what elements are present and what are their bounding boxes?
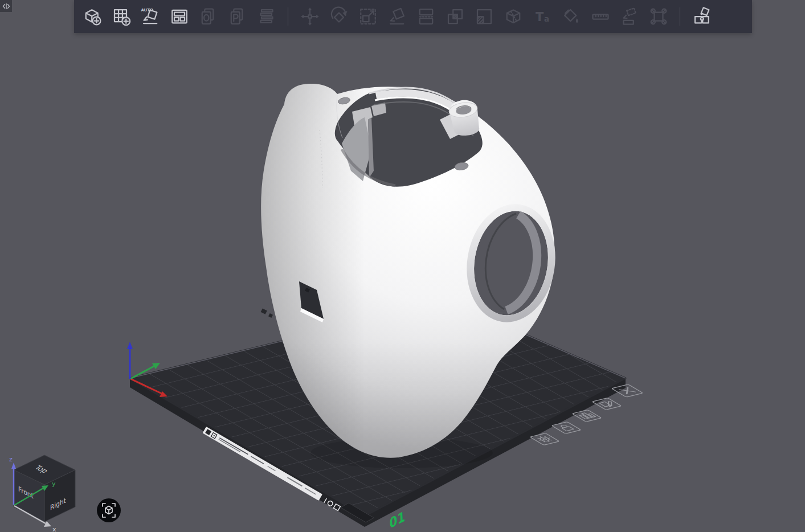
add-plate-button[interactable] bbox=[107, 0, 136, 33]
split-to-parts-icon bbox=[445, 6, 465, 27]
split-to-objects-icon bbox=[416, 6, 436, 27]
lock-icon bbox=[558, 424, 574, 431]
duplicate-objects-icon bbox=[198, 6, 219, 27]
seam-paint-button[interactable] bbox=[644, 0, 673, 33]
place-on-face-icon bbox=[387, 6, 407, 27]
add-object-icon bbox=[82, 6, 103, 27]
auto-arrange-icon: AUTO bbox=[140, 6, 161, 27]
collapse-panel-button[interactable] bbox=[0, 0, 12, 12]
model-tube-inner-edge bbox=[485, 214, 516, 309]
scale-icon bbox=[358, 6, 378, 27]
object-list-button[interactable] bbox=[252, 0, 281, 33]
svg-text:T: T bbox=[536, 10, 544, 24]
cut-icon bbox=[503, 6, 524, 27]
toolbar-separator bbox=[288, 7, 288, 26]
measure-icon bbox=[590, 6, 611, 27]
viewport-3d[interactable]: 01 bbox=[0, 0, 805, 532]
svg-text:a: a bbox=[544, 14, 549, 23]
gizmo-axis-z: z bbox=[9, 456, 13, 463]
auto-arrange-button[interactable]: AUTO bbox=[136, 0, 165, 33]
support-paint-button[interactable] bbox=[615, 0, 644, 33]
color-paint-button[interactable] bbox=[557, 0, 586, 33]
assembly-view-icon bbox=[692, 6, 712, 27]
split-to-objects-button[interactable] bbox=[411, 0, 440, 33]
plate-layout-icon bbox=[169, 6, 190, 27]
split-to-parts-button[interactable] bbox=[440, 0, 469, 33]
model-tube-inner-wall bbox=[506, 215, 537, 310]
fit-view-button[interactable] bbox=[97, 498, 121, 522]
add-text-button[interactable]: T a bbox=[528, 0, 557, 33]
measure-button[interactable] bbox=[586, 0, 615, 33]
variable-layer-height-button[interactable] bbox=[469, 0, 498, 33]
place-on-face-button[interactable] bbox=[382, 0, 411, 33]
duplicate-plates-icon bbox=[227, 6, 248, 27]
gizmo-axis-y: y bbox=[52, 480, 56, 488]
move-button[interactable] bbox=[295, 0, 324, 33]
rotate-button[interactable] bbox=[324, 0, 353, 33]
duplicate-objects-button[interactable] bbox=[194, 0, 223, 33]
add-object-button[interactable] bbox=[77, 0, 107, 33]
move-icon bbox=[300, 6, 320, 27]
add-plate-icon bbox=[111, 6, 132, 27]
assembly-view-button[interactable] bbox=[687, 0, 716, 33]
plate-logo-marks bbox=[261, 309, 273, 318]
add-text-icon: T a bbox=[532, 6, 553, 27]
seam-paint-icon bbox=[648, 6, 669, 27]
object-list-icon bbox=[256, 6, 277, 27]
toolbar-separator bbox=[680, 7, 680, 26]
cut-button[interactable] bbox=[498, 0, 528, 33]
variable-layer-height-icon bbox=[474, 6, 495, 27]
application-window: 01 bbox=[0, 0, 805, 532]
plate-layout-button[interactable] bbox=[165, 0, 194, 33]
support-paint-icon bbox=[619, 6, 640, 27]
gizmo-axis-x: x bbox=[52, 526, 56, 532]
color-paint-icon bbox=[561, 6, 582, 27]
duplicate-plates-button[interactable] bbox=[223, 0, 252, 33]
gizmo-cube[interactable]: Top Front Right z y x bbox=[9, 455, 75, 532]
scale-button[interactable] bbox=[353, 0, 382, 33]
collapse-panel-icon bbox=[2, 2, 11, 11]
rotate-icon bbox=[329, 6, 349, 27]
main-toolbar: AUTO bbox=[74, 0, 752, 33]
